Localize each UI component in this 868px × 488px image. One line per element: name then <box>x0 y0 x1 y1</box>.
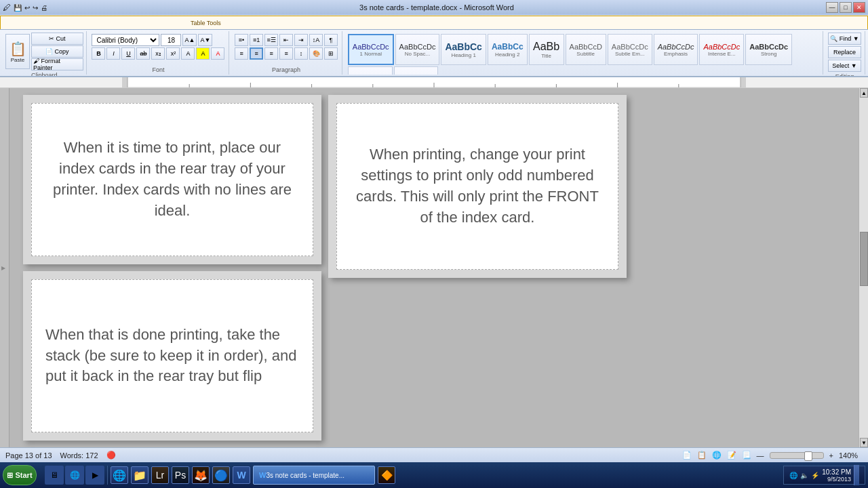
card-2-text: When printing, change your print setting… <box>351 144 604 228</box>
firefox-icon: 🦊 <box>194 469 208 482</box>
cut-button[interactable]: ✂ Cut <box>31 33 83 45</box>
minimize-button[interactable]: — <box>826 2 838 13</box>
quick-access-redo[interactable]: ↪ <box>33 4 38 12</box>
card-1-text: When it is time to print, place our inde… <box>45 138 299 221</box>
borders-button[interactable]: ⊞ <box>324 47 338 60</box>
taskbar-show-desktop[interactable]: 🖥 <box>45 466 64 485</box>
zoom-slider-thumb[interactable] <box>804 451 812 461</box>
shading-button[interactable]: 🎨 <box>309 47 323 60</box>
style-no-spacing[interactable]: AaBbCcDc No Spac... <box>395 34 440 65</box>
align-right-button[interactable]: ≡ <box>264 47 278 60</box>
font-grow-button[interactable]: A▲ <box>182 34 197 46</box>
multilevel-list-button[interactable]: ≡☰ <box>264 34 278 46</box>
sort-button[interactable]: ↕A <box>309 34 323 46</box>
numbering-button[interactable]: ≡1 <box>250 34 263 46</box>
spell-check-icon[interactable]: 🔴 <box>106 451 116 460</box>
ruler <box>0 77 868 88</box>
line-spacing-button[interactable]: ↕ <box>294 47 308 60</box>
index-card-1[interactable]: When it is time to print, place our inde… <box>31 103 313 256</box>
scroll-up-button[interactable]: ▲ <box>860 88 868 98</box>
taskbar-word-document[interactable]: W 3s note cards - template... <box>253 466 375 485</box>
style-quote[interactable]: AaBbCcDc Quote <box>348 66 393 75</box>
zoom-in-button[interactable]: + <box>829 451 833 460</box>
view-print-layout[interactable]: 📄 <box>682 451 692 460</box>
increase-indent-button[interactable]: ⇥ <box>294 34 308 46</box>
font-name-row: Calibri (Body) A▲ A▼ <box>92 34 224 46</box>
zoom-slider[interactable] <box>770 452 824 459</box>
battery-icon: ⚡ <box>811 472 819 479</box>
taskbar-explorer-btn[interactable]: 📁 <box>131 466 149 484</box>
vertical-scrollbar[interactable]: ▲ ▼ <box>859 88 868 447</box>
bullets-button[interactable]: ≡• <box>235 34 248 46</box>
justify-button[interactable]: ≡ <box>279 47 293 60</box>
taskbar-photoshop-btn[interactable]: Ps <box>172 466 189 484</box>
view-web-layout[interactable]: 🌐 <box>712 451 722 460</box>
quick-access-print[interactable]: 🖨 <box>41 4 47 12</box>
font-shrink-button[interactable]: A▼ <box>198 34 212 46</box>
style-emphasis[interactable]: AaBbCcDc Emphasis <box>654 34 698 65</box>
find-button[interactable]: 🔍 Find ▼ <box>828 33 861 45</box>
taskbar-word-btn[interactable]: W <box>233 466 250 484</box>
underline-button[interactable]: U <box>121 47 135 60</box>
close-button[interactable]: ✕ <box>853 2 865 13</box>
font-name-select[interactable]: Calibri (Body) <box>92 34 159 46</box>
bold-button[interactable]: B <box>92 47 105 60</box>
view-outline[interactable]: 📝 <box>727 451 736 460</box>
taskbar-vlc-btn[interactable]: 🔶 <box>378 466 395 484</box>
style-intense-e[interactable]: AaBbCcDc Intense E... <box>699 34 744 65</box>
vlc-icon: 🔶 <box>381 470 393 481</box>
align-left-button[interactable]: ≡ <box>235 47 248 60</box>
copy-button[interactable]: 📄 Copy <box>31 45 83 58</box>
style-intense-q[interactable]: AaBbCcDc Intense Q... <box>394 66 439 75</box>
maximize-button[interactable]: □ <box>840 2 852 13</box>
style-heading1[interactable]: AaBbCc Heading 1 <box>441 34 486 65</box>
superscript-button[interactable]: x² <box>166 47 180 60</box>
index-card-3[interactable]: When that is done printing, take the sta… <box>31 279 313 432</box>
window-controls: — □ ✕ <box>826 2 865 13</box>
decrease-indent-button[interactable]: ⇤ <box>279 34 293 46</box>
zoom-level[interactable]: 140% <box>839 451 863 460</box>
volume-icon: 🔈 <box>800 472 808 479</box>
strikethrough-button[interactable]: ab <box>136 47 150 60</box>
select-button[interactable]: Select ▼ <box>828 60 861 72</box>
taskbar-ie[interactable]: 🌐 <box>65 466 84 485</box>
taskbar-chrome-btn[interactable]: 🔵 <box>212 466 230 484</box>
highlight-button[interactable]: A <box>196 47 210 60</box>
style-subtitle[interactable]: AaBbCcD Subtitle <box>566 34 606 65</box>
style-subtle-em[interactable]: AaBbCcDc Subtle Em... <box>608 34 652 65</box>
title-bar: 🖊 💾 ↩ ↪ 🖨 3s note cards - template.docx … <box>0 0 868 15</box>
align-center-button[interactable]: ≡ <box>250 47 263 60</box>
replace-button[interactable]: Replace <box>828 46 861 58</box>
style-title[interactable]: AaBb Title <box>529 34 564 65</box>
italic-button[interactable]: I <box>106 47 120 60</box>
subscript-button[interactable]: x₂ <box>151 47 165 60</box>
taskbar-firefox-btn[interactable]: 🦊 <box>192 466 210 484</box>
right-column: When printing, change your print setting… <box>328 95 627 441</box>
quick-access-undo[interactable]: ↩ <box>24 4 30 12</box>
index-card-2[interactable]: When printing, change your print setting… <box>336 103 618 270</box>
taskbar-lightroom-btn[interactable]: Lr <box>151 466 169 484</box>
zoom-out-button[interactable]: — <box>757 451 764 460</box>
format-painter-button[interactable]: 🖌 Format Painter <box>31 58 83 70</box>
start-button[interactable]: ⊞ Start <box>3 465 37 485</box>
view-full-reading[interactable]: 📋 <box>697 451 707 460</box>
show-marks-button[interactable]: ¶ <box>324 34 338 46</box>
paragraph-row2: ≡ ≡ ≡ ≡ ↕ 🎨 ⊞ <box>235 47 338 60</box>
scroll-down-button[interactable]: ▼ <box>860 438 868 447</box>
taskbar-ie-btn[interactable]: 🌐 <box>111 466 128 484</box>
style-heading2[interactable]: AaBbCc Heading 2 <box>488 34 528 65</box>
font-size-input[interactable] <box>161 34 181 46</box>
style-strong[interactable]: AaBbCcDc Strong <box>745 34 792 65</box>
show-desktop-button[interactable] <box>854 465 859 485</box>
quick-access-save[interactable]: 💾 <box>14 4 22 12</box>
paste-button[interactable]: 📋 Paste <box>5 34 30 69</box>
quick-launch-bar: 🖥 🌐 ▶ <box>42 466 108 485</box>
font-color-button[interactable]: A <box>211 47 224 60</box>
paragraph-group: ≡• ≡1 ≡☰ ⇤ ⇥ ↕A ¶ ≡ ≡ ≡ ≡ ↕ 🎨 ⊞ Paragrap… <box>231 31 342 75</box>
taskbar-media[interactable]: ▶ <box>85 466 104 485</box>
text-effects-button[interactable]: A <box>181 47 195 60</box>
style-normal[interactable]: AaBbCcDc 1 Normal <box>348 34 394 65</box>
scrollbar-thumb[interactable] <box>860 232 868 286</box>
view-draft[interactable]: 📃 <box>742 451 751 460</box>
status-left: Page 13 of 13 Words: 172 🔴 <box>5 451 116 460</box>
